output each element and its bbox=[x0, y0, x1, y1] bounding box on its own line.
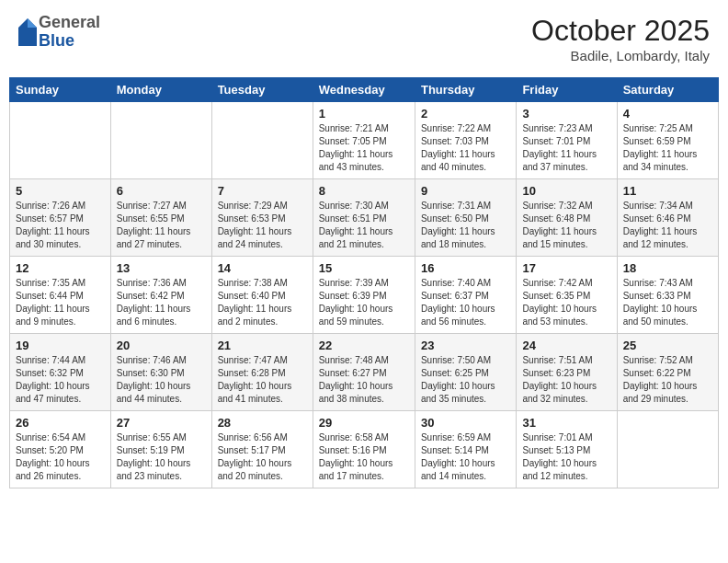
day-info: Sunrise: 7:46 AMSunset: 6:30 PMDaylight:… bbox=[117, 354, 206, 406]
calendar-cell: 6Sunrise: 7:27 AMSunset: 6:55 PMDaylight… bbox=[110, 179, 211, 257]
day-number: 6 bbox=[117, 184, 206, 198]
calendar-cell: 17Sunrise: 7:42 AMSunset: 6:35 PMDayligh… bbox=[517, 257, 617, 334]
day-info: Sunrise: 7:31 AMSunset: 6:50 PMDaylight:… bbox=[421, 200, 510, 251]
logo-blue: Blue bbox=[39, 32, 100, 51]
calendar-cell: 26Sunrise: 6:54 AMSunset: 5:20 PMDayligh… bbox=[10, 411, 111, 488]
day-info: Sunrise: 7:25 AMSunset: 6:59 PMDaylight:… bbox=[623, 122, 712, 174]
calendar-cell: 15Sunrise: 7:39 AMSunset: 6:39 PMDayligh… bbox=[313, 257, 415, 334]
column-header-wednesday: Wednesday bbox=[313, 78, 415, 102]
calendar-cell: 2Sunrise: 7:22 AMSunset: 7:03 PMDaylight… bbox=[415, 102, 516, 179]
day-number: 27 bbox=[117, 416, 206, 430]
day-number: 2 bbox=[421, 107, 510, 121]
calendar-cell: 30Sunrise: 6:59 AMSunset: 5:14 PMDayligh… bbox=[415, 411, 516, 488]
column-header-thursday: Thursday bbox=[415, 78, 516, 102]
calendar-week-row: 26Sunrise: 6:54 AMSunset: 5:20 PMDayligh… bbox=[10, 411, 719, 488]
calendar-cell: 7Sunrise: 7:29 AMSunset: 6:53 PMDaylight… bbox=[211, 179, 313, 257]
calendar-cell: 11Sunrise: 7:34 AMSunset: 6:46 PMDayligh… bbox=[617, 179, 718, 257]
day-number: 8 bbox=[319, 184, 409, 198]
day-info: Sunrise: 7:38 AMSunset: 6:40 PMDaylight:… bbox=[218, 277, 307, 328]
day-info: Sunrise: 7:51 AMSunset: 6:23 PMDaylight:… bbox=[522, 354, 610, 406]
calendar-cell: 24Sunrise: 7:51 AMSunset: 6:23 PMDayligh… bbox=[517, 334, 617, 411]
logo: General Blue bbox=[18, 14, 100, 51]
day-number: 17 bbox=[522, 261, 610, 275]
calendar-cell: 18Sunrise: 7:43 AMSunset: 6:33 PMDayligh… bbox=[617, 257, 718, 334]
calendar-cell: 16Sunrise: 7:40 AMSunset: 6:37 PMDayligh… bbox=[415, 257, 516, 334]
day-info: Sunrise: 7:47 AMSunset: 6:28 PMDaylight:… bbox=[218, 354, 307, 406]
column-header-friday: Friday bbox=[517, 78, 617, 102]
calendar-cell: 28Sunrise: 6:56 AMSunset: 5:17 PMDayligh… bbox=[211, 411, 313, 488]
calendar-cell bbox=[211, 102, 313, 179]
day-number: 3 bbox=[522, 107, 610, 121]
day-number: 25 bbox=[623, 339, 712, 352]
day-info: Sunrise: 7:30 AMSunset: 6:51 PMDaylight:… bbox=[319, 200, 409, 251]
calendar-week-row: 1Sunrise: 7:21 AMSunset: 7:05 PMDaylight… bbox=[10, 102, 719, 179]
day-info: Sunrise: 7:36 AMSunset: 6:42 PMDaylight:… bbox=[117, 277, 206, 328]
day-info: Sunrise: 6:59 AMSunset: 5:14 PMDaylight:… bbox=[421, 431, 510, 483]
day-info: Sunrise: 7:32 AMSunset: 6:48 PMDaylight:… bbox=[522, 200, 610, 251]
day-info: Sunrise: 7:39 AMSunset: 6:39 PMDaylight:… bbox=[319, 277, 409, 328]
calendar-cell: 5Sunrise: 7:26 AMSunset: 6:57 PMDaylight… bbox=[10, 179, 111, 257]
column-header-saturday: Saturday bbox=[617, 78, 718, 102]
calendar-cell: 4Sunrise: 7:25 AMSunset: 6:59 PMDaylight… bbox=[617, 102, 718, 179]
day-info: Sunrise: 7:27 AMSunset: 6:55 PMDaylight:… bbox=[117, 200, 206, 251]
calendar-cell: 10Sunrise: 7:32 AMSunset: 6:48 PMDayligh… bbox=[517, 179, 617, 257]
day-number: 19 bbox=[16, 339, 105, 352]
title-block: October 2025 Badile, Lombardy, Italy bbox=[531, 14, 710, 63]
calendar-cell: 23Sunrise: 7:50 AMSunset: 6:25 PMDayligh… bbox=[415, 334, 516, 411]
calendar-cell: 14Sunrise: 7:38 AMSunset: 6:40 PMDayligh… bbox=[211, 257, 313, 334]
day-info: Sunrise: 7:40 AMSunset: 6:37 PMDaylight:… bbox=[421, 277, 510, 328]
day-info: Sunrise: 6:58 AMSunset: 5:16 PMDaylight:… bbox=[319, 431, 409, 483]
day-number: 31 bbox=[522, 416, 610, 430]
day-info: Sunrise: 7:44 AMSunset: 6:32 PMDaylight:… bbox=[16, 354, 105, 406]
day-number: 9 bbox=[421, 184, 510, 198]
day-info: Sunrise: 7:23 AMSunset: 7:01 PMDaylight:… bbox=[522, 122, 610, 174]
day-number: 29 bbox=[319, 416, 409, 430]
day-number: 23 bbox=[421, 339, 510, 352]
calendar-cell: 3Sunrise: 7:23 AMSunset: 7:01 PMDaylight… bbox=[517, 102, 617, 179]
day-number: 30 bbox=[421, 416, 510, 430]
column-header-monday: Monday bbox=[110, 78, 211, 102]
day-number: 20 bbox=[117, 339, 206, 352]
calendar-table: SundayMondayTuesdayWednesdayThursdayFrid… bbox=[9, 77, 719, 488]
calendar-cell: 31Sunrise: 7:01 AMSunset: 5:13 PMDayligh… bbox=[517, 411, 617, 488]
calendar-cell bbox=[10, 102, 111, 179]
page-header: General Blue October 2025 Badile, Lombar… bbox=[9, 9, 719, 68]
calendar-header-row: SundayMondayTuesdayWednesdayThursdayFrid… bbox=[10, 78, 719, 102]
calendar-cell: 21Sunrise: 7:47 AMSunset: 6:28 PMDayligh… bbox=[211, 334, 313, 411]
day-number: 12 bbox=[16, 261, 105, 275]
day-info: Sunrise: 6:55 AMSunset: 5:19 PMDaylight:… bbox=[117, 431, 206, 483]
day-number: 15 bbox=[319, 261, 409, 275]
calendar-cell: 19Sunrise: 7:44 AMSunset: 6:32 PMDayligh… bbox=[10, 334, 111, 411]
day-number: 28 bbox=[218, 416, 307, 430]
day-info: Sunrise: 6:54 AMSunset: 5:20 PMDaylight:… bbox=[16, 431, 105, 483]
location: Badile, Lombardy, Italy bbox=[531, 48, 710, 63]
day-info: Sunrise: 7:22 AMSunset: 7:03 PMDaylight:… bbox=[421, 122, 510, 174]
day-info: Sunrise: 7:26 AMSunset: 6:57 PMDaylight:… bbox=[16, 200, 105, 251]
calendar-cell: 22Sunrise: 7:48 AMSunset: 6:27 PMDayligh… bbox=[313, 334, 415, 411]
day-info: Sunrise: 7:35 AMSunset: 6:44 PMDaylight:… bbox=[16, 277, 105, 328]
day-number: 21 bbox=[218, 339, 307, 352]
day-info: Sunrise: 7:52 AMSunset: 6:22 PMDaylight:… bbox=[623, 354, 712, 406]
day-info: Sunrise: 7:21 AMSunset: 7:05 PMDaylight:… bbox=[319, 122, 409, 174]
calendar-cell: 29Sunrise: 6:58 AMSunset: 5:16 PMDayligh… bbox=[313, 411, 415, 488]
logo-icon bbox=[18, 18, 37, 46]
calendar-cell bbox=[617, 411, 718, 488]
day-number: 14 bbox=[218, 261, 307, 275]
column-header-tuesday: Tuesday bbox=[211, 78, 313, 102]
day-number: 1 bbox=[319, 107, 409, 121]
calendar-cell bbox=[110, 102, 211, 179]
day-number: 16 bbox=[421, 261, 510, 275]
calendar-week-row: 19Sunrise: 7:44 AMSunset: 6:32 PMDayligh… bbox=[10, 334, 719, 411]
calendar-cell: 9Sunrise: 7:31 AMSunset: 6:50 PMDaylight… bbox=[415, 179, 516, 257]
logo-text: General Blue bbox=[39, 14, 100, 51]
calendar-week-row: 12Sunrise: 7:35 AMSunset: 6:44 PMDayligh… bbox=[10, 257, 719, 334]
day-number: 11 bbox=[623, 184, 712, 198]
calendar-cell: 8Sunrise: 7:30 AMSunset: 6:51 PMDaylight… bbox=[313, 179, 415, 257]
day-info: Sunrise: 7:48 AMSunset: 6:27 PMDaylight:… bbox=[319, 354, 409, 406]
calendar-cell: 1Sunrise: 7:21 AMSunset: 7:05 PMDaylight… bbox=[313, 102, 415, 179]
calendar-cell: 25Sunrise: 7:52 AMSunset: 6:22 PMDayligh… bbox=[617, 334, 718, 411]
day-number: 22 bbox=[319, 339, 409, 352]
day-info: Sunrise: 7:29 AMSunset: 6:53 PMDaylight:… bbox=[218, 200, 307, 251]
day-info: Sunrise: 7:34 AMSunset: 6:46 PMDaylight:… bbox=[623, 200, 712, 251]
day-info: Sunrise: 7:42 AMSunset: 6:35 PMDaylight:… bbox=[522, 277, 610, 328]
